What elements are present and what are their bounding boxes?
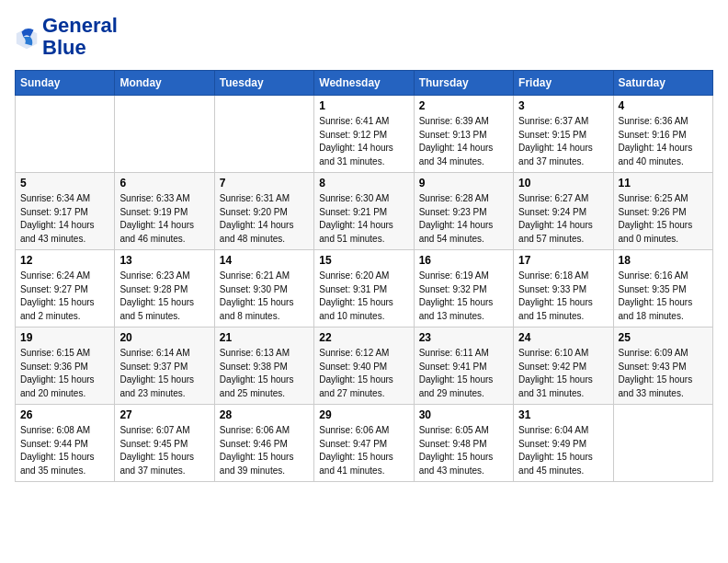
calendar-cell: 29Sunrise: 6:06 AM Sunset: 9:47 PM Dayli… — [314, 405, 414, 482]
page-header: General Blue — [15, 15, 713, 59]
day-info: Sunrise: 6:07 AM Sunset: 9:45 PM Dayligh… — [119, 424, 209, 477]
calendar-cell: 24Sunrise: 6:10 AM Sunset: 9:42 PM Dayli… — [514, 327, 613, 405]
calendar-cell: 10Sunrise: 6:27 AM Sunset: 9:24 PM Dayli… — [514, 173, 613, 250]
calendar-cell: 9Sunrise: 6:28 AM Sunset: 9:23 PM Daylig… — [414, 173, 513, 250]
day-number: 14 — [220, 254, 309, 267]
day-info: Sunrise: 6:30 AM Sunset: 9:21 PM Dayligh… — [319, 192, 408, 246]
day-info: Sunrise: 6:13 AM Sunset: 9:38 PM Dayligh… — [220, 347, 309, 400]
weekday-header-thursday: Thursday — [414, 71, 513, 96]
calendar-cell: 4Sunrise: 6:36 AM Sunset: 9:16 PM Daylig… — [613, 96, 712, 173]
day-number: 5 — [20, 177, 109, 190]
calendar-week-row: 5Sunrise: 6:34 AM Sunset: 9:17 PM Daylig… — [16, 173, 713, 250]
day-number: 10 — [518, 177, 608, 190]
day-info: Sunrise: 6:14 AM Sunset: 9:37 PM Dayligh… — [119, 347, 209, 400]
logo-name: General Blue — [42, 15, 118, 59]
day-info: Sunrise: 6:08 AM Sunset: 9:44 PM Dayligh… — [20, 424, 109, 477]
day-number: 18 — [619, 254, 708, 267]
day-number: 20 — [119, 331, 209, 344]
calendar-cell: 17Sunrise: 6:18 AM Sunset: 9:33 PM Dayli… — [514, 250, 613, 327]
calendar-week-row: 26Sunrise: 6:08 AM Sunset: 9:44 PM Dayli… — [16, 405, 713, 482]
calendar-cell — [16, 96, 115, 173]
logo-icon — [15, 25, 40, 51]
day-info: Sunrise: 6:31 AM Sunset: 9:20 PM Dayligh… — [220, 192, 309, 246]
weekday-header-saturday: Saturday — [613, 71, 712, 96]
day-number: 15 — [319, 254, 408, 267]
calendar-cell: 3Sunrise: 6:37 AM Sunset: 9:15 PM Daylig… — [514, 96, 613, 173]
calendar-cell: 25Sunrise: 6:09 AM Sunset: 9:43 PM Dayli… — [613, 327, 712, 405]
day-info: Sunrise: 6:04 AM Sunset: 9:49 PM Dayligh… — [518, 424, 608, 477]
day-info: Sunrise: 6:36 AM Sunset: 9:16 PM Dayligh… — [619, 115, 708, 168]
calendar-cell: 6Sunrise: 6:33 AM Sunset: 9:19 PM Daylig… — [115, 173, 214, 250]
calendar-cell: 2Sunrise: 6:39 AM Sunset: 9:13 PM Daylig… — [414, 96, 513, 173]
day-number: 17 — [518, 254, 608, 267]
day-number: 9 — [419, 177, 508, 190]
calendar-cell: 20Sunrise: 6:14 AM Sunset: 9:37 PM Dayli… — [115, 327, 214, 405]
calendar-cell: 14Sunrise: 6:21 AM Sunset: 9:30 PM Dayli… — [214, 250, 313, 327]
day-number: 7 — [220, 177, 309, 190]
calendar-cell: 13Sunrise: 6:23 AM Sunset: 9:28 PM Dayli… — [115, 250, 214, 327]
calendar-cell: 30Sunrise: 6:05 AM Sunset: 9:48 PM Dayli… — [414, 405, 513, 482]
day-number: 3 — [518, 99, 608, 112]
calendar-cell: 19Sunrise: 6:15 AM Sunset: 9:36 PM Dayli… — [16, 327, 115, 405]
calendar-cell: 8Sunrise: 6:30 AM Sunset: 9:21 PM Daylig… — [314, 173, 414, 250]
day-number: 30 — [419, 408, 508, 421]
calendar-cell: 21Sunrise: 6:13 AM Sunset: 9:38 PM Dayli… — [214, 327, 313, 405]
calendar-cell: 15Sunrise: 6:20 AM Sunset: 9:31 PM Dayli… — [314, 250, 414, 327]
day-info: Sunrise: 6:25 AM Sunset: 9:26 PM Dayligh… — [619, 192, 708, 246]
day-info: Sunrise: 6:18 AM Sunset: 9:33 PM Dayligh… — [518, 270, 608, 323]
calendar-cell: 26Sunrise: 6:08 AM Sunset: 9:44 PM Dayli… — [16, 405, 115, 482]
calendar-week-row: 19Sunrise: 6:15 AM Sunset: 9:36 PM Dayli… — [16, 327, 713, 405]
calendar-week-row: 12Sunrise: 6:24 AM Sunset: 9:27 PM Dayli… — [16, 250, 713, 327]
day-info: Sunrise: 6:28 AM Sunset: 9:23 PM Dayligh… — [419, 192, 508, 246]
day-info: Sunrise: 6:27 AM Sunset: 9:24 PM Dayligh… — [518, 192, 608, 246]
day-number: 28 — [220, 408, 309, 421]
day-number: 25 — [619, 331, 708, 344]
day-number: 24 — [518, 331, 608, 344]
day-info: Sunrise: 6:06 AM Sunset: 9:47 PM Dayligh… — [319, 424, 408, 477]
day-info: Sunrise: 6:10 AM Sunset: 9:42 PM Dayligh… — [518, 347, 608, 400]
day-number: 13 — [119, 254, 209, 267]
day-info: Sunrise: 6:23 AM Sunset: 9:28 PM Dayligh… — [119, 270, 209, 323]
day-number: 6 — [119, 177, 209, 190]
day-info: Sunrise: 6:39 AM Sunset: 9:13 PM Dayligh… — [419, 115, 508, 168]
day-number: 2 — [419, 99, 508, 112]
day-number: 12 — [20, 254, 109, 267]
day-number: 31 — [518, 408, 608, 421]
day-info: Sunrise: 6:11 AM Sunset: 9:41 PM Dayligh… — [419, 347, 508, 400]
weekday-header-monday: Monday — [115, 71, 214, 96]
day-info: Sunrise: 6:41 AM Sunset: 9:12 PM Dayligh… — [319, 115, 408, 168]
calendar-cell: 22Sunrise: 6:12 AM Sunset: 9:40 PM Dayli… — [314, 327, 414, 405]
calendar-cell: 28Sunrise: 6:06 AM Sunset: 9:46 PM Dayli… — [214, 405, 313, 482]
day-info: Sunrise: 6:37 AM Sunset: 9:15 PM Dayligh… — [518, 115, 608, 168]
calendar-cell: 31Sunrise: 6:04 AM Sunset: 9:49 PM Dayli… — [514, 405, 613, 482]
day-info: Sunrise: 6:34 AM Sunset: 9:17 PM Dayligh… — [20, 192, 109, 246]
weekday-header-sunday: Sunday — [16, 71, 115, 96]
calendar-week-row: 1Sunrise: 6:41 AM Sunset: 9:12 PM Daylig… — [16, 96, 713, 173]
logo: General Blue — [15, 15, 118, 59]
calendar-cell: 1Sunrise: 6:41 AM Sunset: 9:12 PM Daylig… — [314, 96, 414, 173]
day-number: 27 — [119, 408, 209, 421]
day-number: 26 — [20, 408, 109, 421]
day-info: Sunrise: 6:33 AM Sunset: 9:19 PM Dayligh… — [119, 192, 209, 246]
calendar-cell: 12Sunrise: 6:24 AM Sunset: 9:27 PM Dayli… — [16, 250, 115, 327]
weekday-header-tuesday: Tuesday — [214, 71, 313, 96]
day-info: Sunrise: 6:24 AM Sunset: 9:27 PM Dayligh… — [20, 270, 109, 323]
day-number: 8 — [319, 177, 408, 190]
calendar-table: SundayMondayTuesdayWednesdayThursdayFrid… — [15, 70, 713, 482]
day-number: 22 — [319, 331, 408, 344]
calendar-cell: 23Sunrise: 6:11 AM Sunset: 9:41 PM Dayli… — [414, 327, 513, 405]
calendar-cell: 18Sunrise: 6:16 AM Sunset: 9:35 PM Dayli… — [613, 250, 712, 327]
day-number: 4 — [619, 99, 708, 112]
day-number: 29 — [319, 408, 408, 421]
calendar-cell: 11Sunrise: 6:25 AM Sunset: 9:26 PM Dayli… — [613, 173, 712, 250]
calendar-cell: 16Sunrise: 6:19 AM Sunset: 9:32 PM Dayli… — [414, 250, 513, 327]
calendar-cell — [613, 405, 712, 482]
calendar-cell: 27Sunrise: 6:07 AM Sunset: 9:45 PM Dayli… — [115, 405, 214, 482]
day-info: Sunrise: 6:15 AM Sunset: 9:36 PM Dayligh… — [20, 347, 109, 400]
calendar-cell: 7Sunrise: 6:31 AM Sunset: 9:20 PM Daylig… — [214, 173, 313, 250]
weekday-header-friday: Friday — [514, 71, 613, 96]
day-info: Sunrise: 6:06 AM Sunset: 9:46 PM Dayligh… — [220, 424, 309, 477]
day-info: Sunrise: 6:09 AM Sunset: 9:43 PM Dayligh… — [619, 347, 708, 400]
day-number: 21 — [220, 331, 309, 344]
day-info: Sunrise: 6:05 AM Sunset: 9:48 PM Dayligh… — [419, 424, 508, 477]
